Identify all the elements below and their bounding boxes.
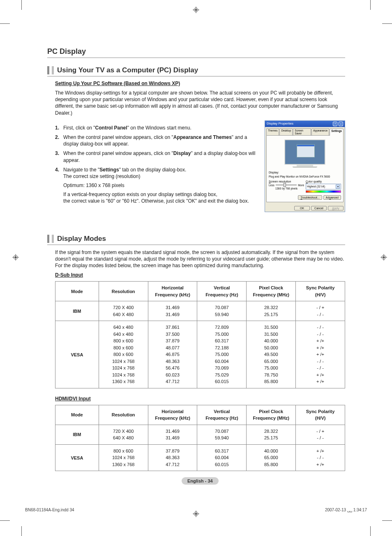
th-mode: Mode [55,405,99,425]
bold-text: Settings [99,167,119,173]
text: " on the Windows start menu. [127,125,191,131]
resolution-slider[interactable]: Less More [269,184,304,187]
text: The correct size setting (resolution) [63,173,140,179]
vfreq-note: If a vertical-frequency option exists on… [63,191,260,204]
tab-desktop[interactable]: Desktop [279,128,293,135]
crop-mark [370,0,371,10]
th-pclock: Pixel Clock Frequency (MHz) [247,405,296,425]
optimum-res: Optimum: 1360 x 768 pixels [63,182,260,189]
crop-mark [0,23,10,24]
registration-mark-icon [193,511,199,517]
setup-link: Setting Up Your PC Software (Based on Wi… [55,81,345,86]
color-quality-select[interactable]: Highest (32 bit) ▾ [306,184,341,189]
cell: 60.317 60.004 60.015 [197,444,247,471]
mode-cell: VESA [55,321,99,388]
step-number: 3. [55,150,63,163]
cell: 70.087 59.940 [197,301,247,321]
step-2: 2. When the control panel window appears… [55,134,260,147]
bold-text: Display [173,150,191,156]
crop-mark [21,0,22,10]
tab-settings[interactable]: Settings [330,129,344,136]
cancel-button[interactable]: Cancel [311,206,327,210]
monitor-preview-icon [282,139,327,168]
step-text: When the control panel window appears, c… [63,134,260,147]
intro-paragraph: The Windows display-settings for a typic… [55,90,345,116]
apply-button[interactable]: Apply [328,206,344,210]
th-hfreq: Horizontal Frequency (kHz) [148,282,197,301]
crop-mark [21,526,22,536]
hdmi-label: HDMI/DVI Input [55,396,345,402]
th-vfreq: Vertical Frequency (Hz) [197,405,247,425]
help-icon[interactable]: ? [333,122,337,126]
hdmi-table: Mode Resolution Horizontal Frequency (kH… [55,405,345,471]
text: First, click on " [63,125,95,131]
dialog-titlebar: Display Properties ? × [265,121,345,127]
tab-screensaver[interactable]: Screen Saver [293,128,311,135]
close-icon[interactable]: × [339,122,343,126]
th-vfreq: Vertical Frequency (Hz) [197,282,247,301]
text: Navigate to the " [63,167,99,173]
section-title: PC Display [47,47,345,58]
crop-mark [382,23,392,24]
dialog-title: Display Properties [267,122,293,126]
cell: - / + - / - [296,301,345,321]
resolution-value: 1360 by 768 pixels [269,187,304,190]
slider-less: Less [269,184,274,187]
troubleshoot-button[interactable]: Troubleshoot... [298,195,322,200]
crop-mark [370,526,371,536]
th-sync: Sync Polarity (H/V) [296,405,345,425]
th-pclock: Pixel Clock Frequency (MHz) [247,282,296,301]
th-resolution: Resolution [99,282,148,301]
tab-themes[interactable]: Themes [266,128,279,135]
registration-mark-icon [12,254,19,261]
step-4: 4. Navigate to the "Settings" tab on the… [55,166,260,180]
cell: 31.500 31.500 40.000 50.000 49.500 65.00… [247,321,296,388]
subheading: Using Your TV as a Computer (PC) Display [57,66,198,76]
cell: 31.469 31.469 [148,425,197,444]
select-value: Highest (32 bit) [307,185,325,188]
heading-bar-icon [52,235,54,243]
registration-mark-icon [193,7,199,13]
registration-mark-icon [380,254,387,261]
display-value: Plug and Play Monitor on NVIDIA GeForce … [269,175,341,178]
display-label: Display: [269,171,341,174]
cell: 720 X 400 640 X 480 [99,425,148,444]
text: " tab on the display dialog-box. [119,167,187,173]
mode-cell: IBM [55,301,99,321]
cell: - / - - / - + /+ + /+ + /+ - / - - / - +… [296,321,345,388]
crop-mark [382,520,392,521]
cell: 37.861 37.500 37.879 48.077 46.875 48.36… [148,321,197,388]
step-3: 3. When the control panel window appears… [55,150,260,163]
table-row: VESA 640 x 480 640 x 480 800 x 600 800 x… [55,321,345,388]
step-text: Navigate to the "Settings" tab on the di… [63,166,260,180]
bold-text: Control Panel [95,125,127,131]
ok-button[interactable]: OK [294,206,310,210]
bold-text: Appearance and Themes [173,134,232,140]
footer-timestamp: 2007-02-13 ␣␣ 1:34:17 [325,508,367,512]
table-row: IBM 720 X 400 640 X 480 31.469 31.469 70… [55,425,345,444]
dsub-table: Mode Resolution Horizontal Frequency (kH… [55,281,345,388]
th-sync: Sync Polarity (H/V) [296,282,345,301]
advanced-button[interactable]: Advanced [323,195,341,200]
cell: 28.322 25.175 [247,301,296,321]
heading-bar-icon [47,66,49,74]
table-row: VESA 800 x 600 1024 x 768 1360 x 768 37.… [55,444,345,471]
subheading: Display Modes [57,235,106,245]
modes-intro: If the signal from the system equals the… [55,249,345,269]
slider-more: More [298,184,304,187]
th-resolution: Resolution [99,405,148,425]
cell: 800 x 600 1024 x 768 1360 x 768 [99,444,148,471]
tab-appearance[interactable]: Appearance [311,128,329,135]
text: When the control panel window appears, c… [63,150,173,156]
th-hfreq: Horizontal Frequency (kHz) [148,405,197,425]
cell: 40.000 65.000 85.800 [247,444,296,471]
chevron-down-icon: ▾ [336,185,340,189]
step-text: When the control panel window appears, c… [63,150,260,163]
cell: 72.809 75.000 60.317 72.188 75.000 60.00… [197,321,247,388]
dialog-tabs: Themes Desktop Screen Saver Appearance S… [265,127,345,135]
heading-bar-icon [52,66,54,74]
page-number-badge: English - 34 [182,477,219,485]
mode-cell: VESA [55,444,99,471]
heading-bar-icon [47,235,49,243]
subheading-row: Using Your TV as a Computer (PC) Display [47,66,345,76]
